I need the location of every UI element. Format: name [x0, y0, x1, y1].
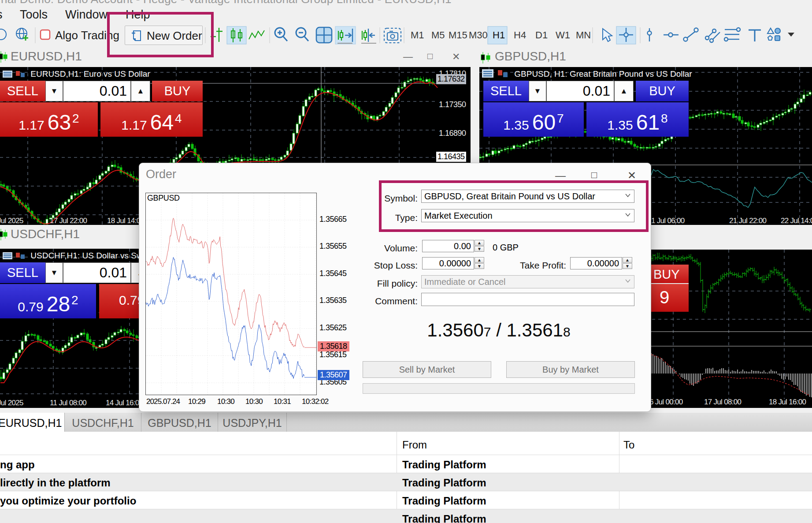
svg-text:H1: H1 — [493, 30, 505, 41]
svg-text:M5: M5 — [431, 30, 445, 41]
svg-text:M1: M1 — [411, 30, 424, 41]
svg-text:H4: H4 — [514, 30, 526, 41]
svg-text:MN: MN — [576, 30, 591, 41]
svg-text:M30: M30 — [469, 30, 488, 41]
svg-text:D1: D1 — [535, 30, 548, 41]
svg-text:M15: M15 — [449, 30, 467, 41]
svg-text:W1: W1 — [556, 30, 570, 41]
